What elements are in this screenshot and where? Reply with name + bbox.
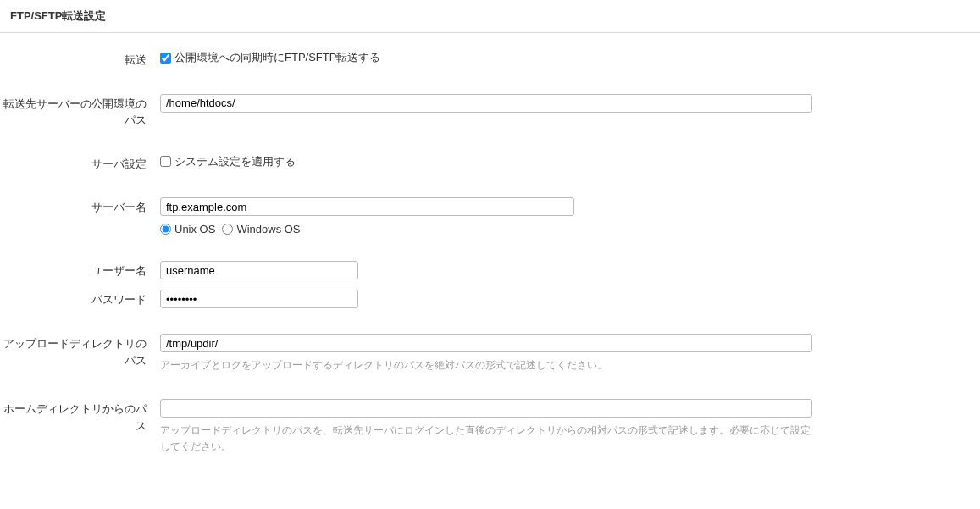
label-server-settings: サーバ設定 <box>0 154 155 173</box>
help-upload-dir: アーカイブとログをアップロードするディレクトリのパスを絶対パスの形式で記述してく… <box>160 357 812 373</box>
radio-unix-os[interactable] <box>160 224 171 235</box>
form-area: 転送 公開環境への同期時にFTP/SFTP転送する 転送先サーバーの公開環境のパ… <box>0 33 980 506</box>
label-server-path: 転送先サーバーの公開環境のパス <box>0 94 155 129</box>
label-server-name: サーバー名 <box>0 197 155 216</box>
label-username: ユーザー名 <box>0 261 155 279</box>
section-title: FTP/SFTP転送設定 <box>0 0 980 33</box>
checkbox-transfer[interactable] <box>160 53 171 64</box>
checkbox-transfer-label: 公開環境への同期時にFTP/SFTP転送する <box>174 50 380 65</box>
input-upload-dir[interactable] <box>160 334 812 352</box>
label-upload-dir: アップロードディレクトリのパス <box>0 334 155 368</box>
input-password[interactable] <box>160 290 358 308</box>
radio-windows-os-label: Windows OS <box>236 223 300 235</box>
label-home-dir: ホームディレクトリからのパス <box>0 399 155 434</box>
radio-windows-os[interactable] <box>222 224 233 235</box>
input-home-dir[interactable] <box>160 399 812 418</box>
checkbox-server-settings[interactable] <box>160 156 171 167</box>
label-transfer: 転送 <box>0 50 155 69</box>
input-username[interactable] <box>160 261 358 279</box>
label-password: パスワード <box>0 290 155 308</box>
input-server-path[interactable] <box>160 94 812 113</box>
radio-unix-os-label: Unix OS <box>174 223 215 235</box>
help-home-dir: アップロードディレクトリのパスを、転送先サーバにログインした直後のディレクトリか… <box>160 423 812 455</box>
input-server-name[interactable] <box>160 197 574 216</box>
checkbox-server-settings-label: システム設定を適用する <box>174 154 296 169</box>
